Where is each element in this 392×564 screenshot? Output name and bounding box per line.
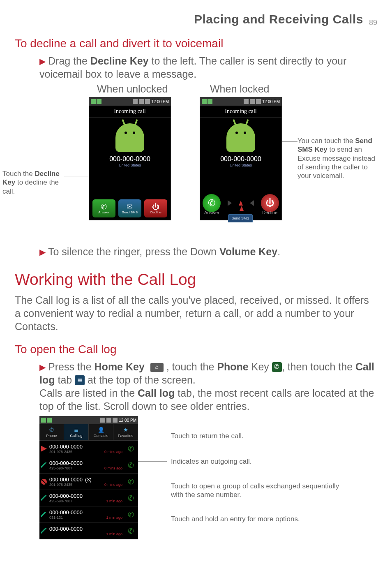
decline-slider[interactable]: ⏻ [261,194,279,212]
send-sms-button[interactable]: ✉Send SMS [118,199,141,217]
callout-return-call: Touch to return the call. [171,432,244,440]
caller-location: United States [200,163,281,167]
silence-instruction: ▶To silence the ringer, press the Down V… [39,245,377,258]
label-locked: When locked [210,83,270,95]
tab-contacts[interactable]: 👤Contacts [89,424,113,440]
caller-number: 000-000-0000 [200,155,281,163]
call-direction-icon [41,462,47,468]
call-log-row[interactable]: 000-000-0000031-1311 min ago✆ [39,506,138,523]
call-log-row[interactable]: 000-000-0000425-590-78871 min ago✆ [39,490,138,506]
home-key-icon [150,363,164,372]
caller-location: United States [89,163,171,167]
bullet-icon: ▶ [39,56,46,67]
working-call-log-heading: Working with the Call Log [15,270,377,289]
open-call-log-steps: ▶Press the Home Key , touch the Phone Ke… [39,360,377,413]
dial-icon[interactable]: ✆ [125,509,136,520]
incoming-call-diagram: When unlocked When locked 12:00 PM Incom… [15,83,377,239]
callout-send-sms: You can touch the Send SMS Key to send a… [297,136,376,180]
caller-number: 000-000-0000 [89,155,171,163]
callout-group: Touch to open a group of calls exchanged… [171,482,344,499]
page-number: 89 [369,18,377,27]
call-direction-icon [41,495,47,501]
call-log-description: The Call log is a list of all the calls … [15,294,377,333]
answer-label: Answer [204,210,219,215]
answer-button[interactable]: ✆Answer [92,199,115,217]
tab-phone[interactable]: ✆Phone [39,424,64,440]
open-call-log-heading: To open the Call log [15,343,377,356]
phone-key-icon [272,362,282,372]
callout-decline-key: Touch the Decline Key to decline the cal… [2,169,72,196]
decline-instruction: ▶Drag the Decline Key to the left. The c… [39,54,377,81]
call-log-row[interactable]: 000-000-0000(3)201-978-24350 mins ago✆ [39,474,138,490]
call-direction-icon [41,512,47,518]
answer-slider[interactable]: ✆ [203,194,221,212]
call-log-row[interactable]: 000-000-0000201-978-24350 mins ago✆ [39,441,138,457]
label-unlocked: When unlocked [97,83,168,95]
dial-icon[interactable]: ✆ [125,492,136,504]
call-direction-icon [41,446,47,452]
dial-icon[interactable]: ✆ [125,525,136,537]
phone-mock-locked: 12:00 PM Incoming call 000-000-0000 Unit… [200,97,282,220]
call-log-row[interactable]: 000-000-0000425-590-78870 mins ago✆ [39,457,138,474]
phone-mock-unlocked: 12:00 PM Incoming call 000-000-0000 Unit… [89,97,171,220]
dial-icon[interactable]: ✆ [125,460,136,471]
dial-icon[interactable]: ✆ [125,476,136,488]
page-header-title: Placing and Receiving Calls [194,12,363,26]
decline-label: Decline [262,210,277,215]
send-sms-pill[interactable]: Send SMS [228,214,253,222]
call-log-mock: 12:00 PM ✆Phone ≣Call log 👤Contacts ★Fav… [39,416,138,539]
bullet-icon: ▶ [39,362,46,373]
call-log-diagram: 12:00 PM ✆Phone ≣Call log 👤Contacts ★Fav… [39,416,377,543]
tab-call-log[interactable]: ≣Call log [64,424,89,440]
bullet-icon: ▶ [39,247,46,258]
decline-button[interactable]: ⏻Decline [144,199,167,217]
callout-hold-options: Touch and hold an entry for more options… [171,515,300,523]
callout-outgoing: Indicates an outgoing call. [171,457,252,466]
incoming-call-label: Incoming call [89,106,171,118]
section-decline-heading: To decline a call and divert it to voice… [15,37,377,50]
call-direction-icon [41,479,47,485]
call-direction-icon [41,528,47,534]
call-log-tab-icon [75,375,85,385]
dial-icon[interactable]: ✆ [125,443,136,455]
call-log-row[interactable]: 000-000-00001 min ago✆ [39,523,138,539]
incoming-call-label: Incoming call [200,106,281,118]
tab-favorites[interactable]: ★Favorites [113,424,138,440]
